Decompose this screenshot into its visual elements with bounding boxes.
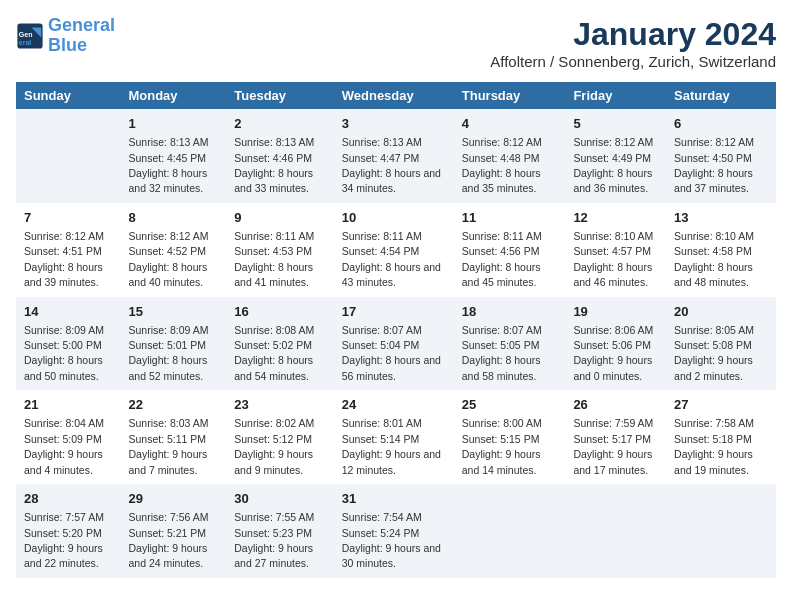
day-cell: 21 Sunrise: 8:04 AM Sunset: 5:09 PM Dayl… — [16, 390, 120, 484]
day-cell: 12 Sunrise: 8:10 AM Sunset: 4:57 PM Dayl… — [565, 203, 666, 297]
day-sunset: Sunset: 4:57 PM — [573, 245, 651, 257]
svg-text:eral: eral — [19, 39, 32, 46]
day-cell: 14 Sunrise: 8:09 AM Sunset: 5:00 PM Dayl… — [16, 297, 120, 391]
day-sunrise: Sunrise: 8:05 AM — [674, 324, 754, 336]
day-number: 1 — [128, 115, 218, 133]
day-number: 20 — [674, 303, 768, 321]
day-daylight: Daylight: 9 hours and 4 minutes. — [24, 448, 103, 475]
day-sunset: Sunset: 5:00 PM — [24, 339, 102, 351]
day-daylight: Daylight: 9 hours and 7 minutes. — [128, 448, 207, 475]
day-sunset: Sunset: 5:12 PM — [234, 433, 312, 445]
day-sunset: Sunset: 5:21 PM — [128, 527, 206, 539]
day-sunrise: Sunrise: 8:07 AM — [462, 324, 542, 336]
day-sunrise: Sunrise: 8:10 AM — [674, 230, 754, 242]
calendar-table: SundayMondayTuesdayWednesdayThursdayFrid… — [16, 82, 776, 578]
day-number: 13 — [674, 209, 768, 227]
page-header: Gen eral GeneralBlue January 2024 Affolt… — [16, 16, 776, 70]
day-sunset: Sunset: 5:23 PM — [234, 527, 312, 539]
day-sunset: Sunset: 4:58 PM — [674, 245, 752, 257]
day-number: 30 — [234, 490, 325, 508]
day-sunrise: Sunrise: 8:12 AM — [462, 136, 542, 148]
day-daylight: Daylight: 8 hours and 41 minutes. — [234, 261, 313, 288]
svg-text:Gen: Gen — [19, 31, 33, 38]
day-sunrise: Sunrise: 8:09 AM — [24, 324, 104, 336]
day-sunrise: Sunrise: 8:11 AM — [462, 230, 542, 242]
day-cell: 24 Sunrise: 8:01 AM Sunset: 5:14 PM Dayl… — [334, 390, 454, 484]
subtitle: Affoltern / Sonnenberg, Zurich, Switzerl… — [490, 53, 776, 70]
day-number: 23 — [234, 396, 325, 414]
day-sunset: Sunset: 4:54 PM — [342, 245, 420, 257]
day-number: 22 — [128, 396, 218, 414]
day-sunset: Sunset: 5:17 PM — [573, 433, 651, 445]
day-number: 21 — [24, 396, 112, 414]
day-sunrise: Sunrise: 8:12 AM — [24, 230, 104, 242]
header-saturday: Saturday — [666, 82, 776, 109]
day-number: 11 — [462, 209, 558, 227]
day-cell: 23 Sunrise: 8:02 AM Sunset: 5:12 PM Dayl… — [226, 390, 333, 484]
day-number: 15 — [128, 303, 218, 321]
day-number: 3 — [342, 115, 446, 133]
day-sunset: Sunset: 4:47 PM — [342, 152, 420, 164]
day-cell: 5 Sunrise: 8:12 AM Sunset: 4:49 PM Dayli… — [565, 109, 666, 203]
day-number: 12 — [573, 209, 658, 227]
logo-text: GeneralBlue — [48, 16, 115, 56]
day-sunset: Sunset: 4:56 PM — [462, 245, 540, 257]
day-sunset: Sunset: 5:11 PM — [128, 433, 206, 445]
day-daylight: Daylight: 8 hours and 54 minutes. — [234, 354, 313, 381]
logo: Gen eral GeneralBlue — [16, 16, 115, 56]
day-cell: 6 Sunrise: 8:12 AM Sunset: 4:50 PM Dayli… — [666, 109, 776, 203]
day-daylight: Daylight: 9 hours and 12 minutes. — [342, 448, 441, 475]
day-cell: 2 Sunrise: 8:13 AM Sunset: 4:46 PM Dayli… — [226, 109, 333, 203]
day-daylight: Daylight: 9 hours and 19 minutes. — [674, 448, 753, 475]
day-sunrise: Sunrise: 8:04 AM — [24, 417, 104, 429]
day-daylight: Daylight: 8 hours and 46 minutes. — [573, 261, 652, 288]
day-sunset: Sunset: 4:48 PM — [462, 152, 540, 164]
day-number: 29 — [128, 490, 218, 508]
day-cell: 30 Sunrise: 7:55 AM Sunset: 5:23 PM Dayl… — [226, 484, 333, 578]
title-block: January 2024 Affoltern / Sonnenberg, Zur… — [490, 16, 776, 70]
day-cell: 13 Sunrise: 8:10 AM Sunset: 4:58 PM Dayl… — [666, 203, 776, 297]
day-cell: 19 Sunrise: 8:06 AM Sunset: 5:06 PM Dayl… — [565, 297, 666, 391]
day-sunrise: Sunrise: 8:00 AM — [462, 417, 542, 429]
day-cell — [454, 484, 566, 578]
day-sunrise: Sunrise: 7:56 AM — [128, 511, 208, 523]
day-daylight: Daylight: 8 hours and 56 minutes. — [342, 354, 441, 381]
main-title: January 2024 — [490, 16, 776, 53]
day-sunset: Sunset: 4:46 PM — [234, 152, 312, 164]
day-cell: 27 Sunrise: 7:58 AM Sunset: 5:18 PM Dayl… — [666, 390, 776, 484]
day-number: 14 — [24, 303, 112, 321]
day-sunrise: Sunrise: 8:01 AM — [342, 417, 422, 429]
day-sunrise: Sunrise: 7:54 AM — [342, 511, 422, 523]
calendar-body: 1 Sunrise: 8:13 AM Sunset: 4:45 PM Dayli… — [16, 109, 776, 578]
day-sunset: Sunset: 5:04 PM — [342, 339, 420, 351]
day-sunset: Sunset: 5:18 PM — [674, 433, 752, 445]
day-daylight: Daylight: 8 hours and 40 minutes. — [128, 261, 207, 288]
day-number: 4 — [462, 115, 558, 133]
day-sunset: Sunset: 4:45 PM — [128, 152, 206, 164]
day-number: 9 — [234, 209, 325, 227]
header-tuesday: Tuesday — [226, 82, 333, 109]
day-daylight: Daylight: 9 hours and 9 minutes. — [234, 448, 313, 475]
day-daylight: Daylight: 9 hours and 30 minutes. — [342, 542, 441, 569]
header-monday: Monday — [120, 82, 226, 109]
day-number: 10 — [342, 209, 446, 227]
day-cell: 28 Sunrise: 7:57 AM Sunset: 5:20 PM Dayl… — [16, 484, 120, 578]
day-sunrise: Sunrise: 8:02 AM — [234, 417, 314, 429]
day-number: 16 — [234, 303, 325, 321]
day-cell: 7 Sunrise: 8:12 AM Sunset: 4:51 PM Dayli… — [16, 203, 120, 297]
day-number: 8 — [128, 209, 218, 227]
day-cell: 15 Sunrise: 8:09 AM Sunset: 5:01 PM Dayl… — [120, 297, 226, 391]
day-sunset: Sunset: 5:02 PM — [234, 339, 312, 351]
day-daylight: Daylight: 8 hours and 33 minutes. — [234, 167, 313, 194]
day-daylight: Daylight: 9 hours and 24 minutes. — [128, 542, 207, 569]
header-friday: Friday — [565, 82, 666, 109]
day-cell: 8 Sunrise: 8:12 AM Sunset: 4:52 PM Dayli… — [120, 203, 226, 297]
day-daylight: Daylight: 9 hours and 27 minutes. — [234, 542, 313, 569]
day-number: 28 — [24, 490, 112, 508]
day-sunset: Sunset: 5:15 PM — [462, 433, 540, 445]
day-number: 19 — [573, 303, 658, 321]
day-cell: 1 Sunrise: 8:13 AM Sunset: 4:45 PM Dayli… — [120, 109, 226, 203]
day-cell: 31 Sunrise: 7:54 AM Sunset: 5:24 PM Dayl… — [334, 484, 454, 578]
day-cell: 25 Sunrise: 8:00 AM Sunset: 5:15 PM Dayl… — [454, 390, 566, 484]
day-number: 2 — [234, 115, 325, 133]
